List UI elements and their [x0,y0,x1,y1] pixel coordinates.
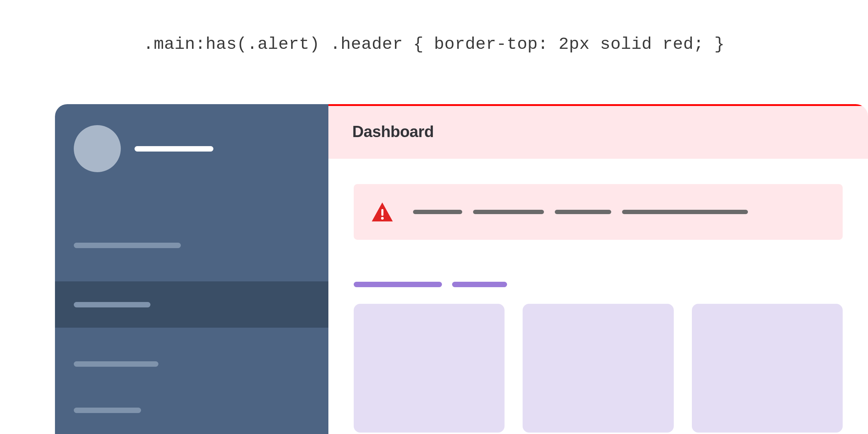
sidebar-item[interactable] [55,387,328,433]
section-heading [354,282,843,287]
sidebar [55,104,328,434]
content [328,159,868,434]
sidebar-item[interactable] [55,341,328,387]
nav-label-placeholder [74,361,158,367]
text-placeholder [555,210,611,214]
nav-label-placeholder [74,408,141,413]
sidebar-profile [55,104,328,197]
main: Dashboard [328,104,868,434]
alert [354,184,843,240]
card[interactable] [523,304,673,433]
sidebar-item[interactable] [55,222,328,268]
card-row [354,304,843,433]
card[interactable] [354,304,505,433]
app-window: Dashboard [55,104,868,434]
text-placeholder [622,210,748,214]
page-title: Dashboard [352,123,844,141]
avatar [74,125,121,172]
svg-point-1 [381,217,384,220]
card[interactable] [692,304,843,433]
alert-text-placeholder [413,210,748,214]
text-placeholder [473,210,544,214]
sidebar-nav [55,197,328,434]
section-purple [354,282,843,433]
nav-label-placeholder [74,243,181,248]
code-caption: .main:has(.alert) .header { border-top: … [0,0,868,86]
heading-placeholder [354,282,442,287]
nav-label-placeholder [74,302,150,307]
heading-placeholder [452,282,507,287]
header: Dashboard [328,104,868,159]
warning-triangle-icon [370,201,394,222]
svg-rect-0 [381,209,383,216]
username-placeholder [135,146,213,152]
sidebar-item-active[interactable] [55,281,328,328]
text-placeholder [413,210,462,214]
